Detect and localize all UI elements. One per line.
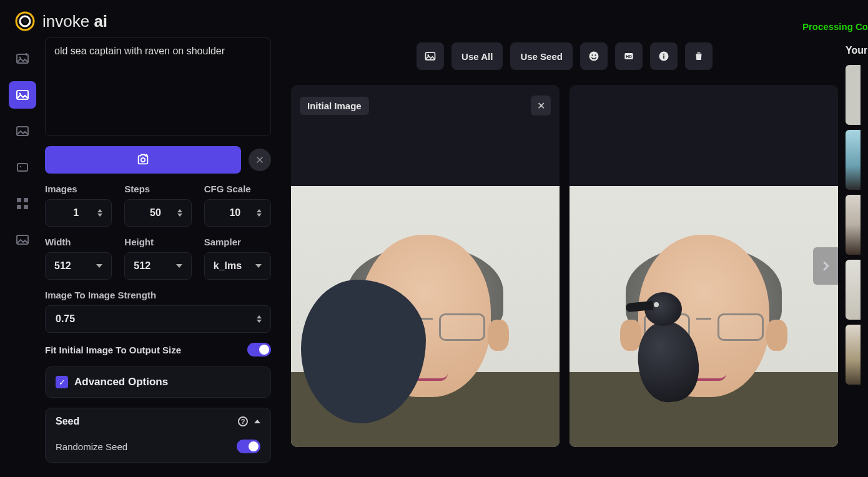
images-input[interactable]: 1 (45, 199, 112, 227)
generate-button[interactable] (45, 146, 241, 174)
logo-text: invoke ai (42, 12, 107, 31)
svg-text:HD: HD (626, 54, 632, 59)
images-step-up[interactable] (97, 209, 102, 212)
steps-label: Steps (124, 184, 191, 194)
main-area: Use All Use Seed HD Initial Image ✕ (276, 37, 838, 476)
svg-point-20 (594, 54, 596, 56)
svg-rect-7 (17, 127, 28, 135)
gallery-thumb[interactable] (846, 325, 861, 385)
mode-sidebar (0, 37, 45, 476)
initial-image-surface[interactable] (291, 186, 560, 447)
seed-title: Seed (56, 416, 79, 427)
svg-point-9 (20, 166, 21, 167)
sampler-select[interactable]: k_lms (204, 252, 271, 280)
cfg-step-down[interactable] (257, 214, 262, 217)
gallery-panel: Your (838, 37, 868, 476)
use-seed-button[interactable]: Use Seed (510, 42, 573, 70)
upscale-button[interactable]: HD (615, 42, 643, 70)
gallery-thumb[interactable] (846, 195, 861, 255)
nav-post[interactable] (9, 226, 36, 253)
app-header: invoke ai Processing Co (0, 0, 868, 37)
info-button[interactable] (650, 42, 678, 70)
svg-rect-16 (426, 52, 435, 60)
svg-point-2 (23, 19, 27, 24)
svg-rect-11 (24, 198, 28, 202)
chevron-down-icon (176, 264, 182, 268)
check-icon: ✓ (56, 376, 68, 388)
steps-input[interactable]: 50 (124, 199, 191, 227)
height-select[interactable]: 512 (124, 252, 191, 280)
nav-txt2img[interactable] (9, 45, 36, 72)
advanced-options-toggle[interactable]: ✓ Advanced Options (45, 366, 271, 398)
svg-rect-3 (17, 54, 28, 63)
nav-outpaint[interactable] (9, 154, 36, 181)
width-label: Width (45, 237, 112, 247)
svg-rect-12 (17, 205, 21, 209)
gallery-thumb[interactable] (846, 65, 861, 125)
randomize-seed-toggle[interactable] (237, 440, 260, 453)
controls-panel: Images 1 Steps 50 CFG Scale 10 (45, 37, 276, 476)
svg-rect-13 (24, 205, 28, 209)
seed-header[interactable]: Seed ? (46, 408, 270, 435)
delete-button[interactable] (685, 42, 713, 70)
chevron-down-icon (96, 264, 102, 268)
steps-step-down[interactable] (177, 214, 182, 217)
svg-point-19 (591, 54, 593, 56)
svg-rect-10 (17, 198, 21, 202)
fit-toggle[interactable] (247, 343, 271, 357)
gallery-thumb[interactable] (846, 260, 861, 320)
show-image-button[interactable] (417, 42, 444, 70)
cfg-input[interactable]: 10 (204, 199, 271, 227)
help-icon[interactable]: ? (238, 416, 248, 426)
face-restore-button[interactable] (580, 42, 608, 70)
i2i-step-up[interactable] (257, 315, 262, 318)
use-all-button[interactable]: Use All (451, 42, 503, 70)
chevron-up-icon[interactable] (254, 420, 260, 423)
logo-icon (15, 11, 35, 31)
steps-step-up[interactable] (177, 209, 182, 212)
result-image-panel (570, 85, 838, 447)
width-select[interactable]: 512 (45, 252, 112, 280)
result-toolbar: Use All Use Seed HD (291, 42, 838, 70)
fit-label: Fit Initial Image To Output Size (45, 345, 181, 355)
seed-section: Seed ? Randomize Seed (45, 408, 271, 463)
svg-point-18 (589, 52, 598, 61)
result-image-surface[interactable] (570, 186, 838, 447)
images-label: Images (45, 184, 112, 194)
svg-point-25 (663, 54, 664, 55)
gallery-thumb[interactable] (846, 130, 861, 190)
svg-point-15 (141, 158, 145, 162)
gallery-title: Your (846, 45, 868, 56)
cancel-button[interactable] (249, 149, 271, 171)
i2i-step-down[interactable] (257, 320, 262, 323)
next-image-button[interactable] (813, 247, 838, 285)
advanced-label: Advanced Options (74, 376, 168, 388)
i2i-strength-label: Image To Image Strength (45, 290, 271, 300)
svg-rect-8 (17, 164, 27, 171)
chevron-down-icon (255, 264, 262, 268)
logo: invoke ai (15, 11, 107, 31)
prompt-input[interactable] (45, 37, 271, 136)
svg-rect-5 (17, 91, 28, 99)
initial-image-panel: Initial Image ✕ (291, 85, 560, 447)
randomize-seed-label: Randomize Seed (56, 441, 127, 452)
i2i-strength-input[interactable]: 0.75 (45, 305, 271, 333)
nav-inpaint[interactable] (9, 117, 36, 145)
images-step-down[interactable] (97, 214, 102, 217)
cfg-step-up[interactable] (257, 209, 262, 212)
nav-img2img[interactable] (9, 81, 36, 109)
initial-image-chip: Initial Image (300, 97, 369, 115)
clear-initial-image[interactable]: ✕ (531, 96, 551, 116)
sampler-label: Sampler (204, 237, 271, 247)
height-label: Height (124, 237, 191, 247)
svg-rect-24 (663, 56, 664, 59)
processing-status: Processing Co (802, 21, 868, 32)
nav-nodes[interactable] (9, 190, 36, 217)
raven-illustration (619, 283, 707, 402)
cfg-label: CFG Scale (204, 184, 271, 194)
svg-rect-14 (17, 235, 28, 244)
